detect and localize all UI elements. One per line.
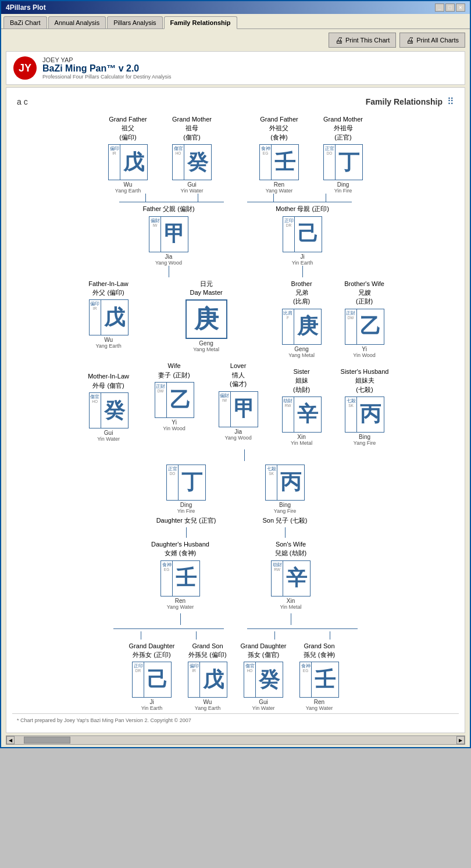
gmp-role: (傷官) bbox=[172, 133, 212, 142]
dm-label2: Day Master bbox=[190, 288, 222, 297]
brother-cn: 兄弟 bbox=[291, 288, 312, 297]
tab-family-relationship[interactable]: Family Relationship bbox=[164, 16, 237, 29]
mother-card: 正印 DR 己 bbox=[283, 216, 322, 252]
bw-badge: 正財 DW bbox=[345, 309, 357, 344]
minimize-button[interactable]: _ bbox=[435, 3, 444, 12]
gd2-name: Gui bbox=[252, 699, 275, 705]
bw-cn: 兄嫂 bbox=[344, 288, 384, 297]
fil-element: Yang Earth bbox=[95, 343, 121, 349]
chart-section-title: Family Relationship bbox=[366, 97, 443, 106]
siblings-section: Brother 兄弟 (比肩) 比肩 F 庚 bbox=[272, 280, 395, 446]
sw-cn: 兒媳 (劫財) bbox=[275, 549, 306, 558]
chart-title-bar: a c Family Relationship ⠿ bbox=[12, 94, 459, 109]
dm-children-connector bbox=[15, 449, 456, 461]
printer-icon-all: 🖨 bbox=[406, 35, 414, 45]
family-tree: Grand Father 祖父 (偏印) 偏印 IR 戊 Wu Yang Ear… bbox=[15, 115, 456, 711]
p-dm-connector bbox=[15, 266, 456, 277]
mil-card: 傷官 HO 癸 bbox=[89, 392, 129, 428]
mil-element: Yin Water bbox=[97, 436, 120, 442]
grand-daughter-1: Grand Daughter 外孫女 (正印) 正印 DR 己 Ji Yin E… bbox=[129, 642, 175, 712]
fil-badge: 偏印 IR bbox=[90, 300, 101, 335]
sister-char: 辛 bbox=[294, 397, 321, 432]
sh-element: Yang Fire bbox=[354, 440, 376, 446]
toolbar: 🖨 Print This Chart 🖨 Print All Charts bbox=[1, 29, 470, 51]
brother-card: 比肩 F 庚 bbox=[282, 309, 322, 345]
gmm-char: 丁 bbox=[336, 145, 362, 180]
fil-card: 偏印 IR 戊 bbox=[89, 299, 129, 335]
scroll-left-button[interactable]: ◀ bbox=[6, 736, 15, 744]
son-badge: 七殺 SK bbox=[266, 465, 277, 500]
scroll-thumb[interactable] bbox=[24, 737, 70, 744]
daughter-name: Ding bbox=[177, 502, 195, 508]
brother-label: Brother bbox=[291, 280, 312, 288]
sw-card: 劫財 RW 辛 bbox=[271, 560, 311, 596]
sister-badge: 劫財 RW bbox=[283, 397, 294, 432]
sister-cn: 姐妹 bbox=[293, 376, 310, 385]
bw-name: Yi bbox=[353, 346, 376, 352]
gmm-badge: 正官 DO bbox=[324, 145, 336, 180]
main-row: Father-In-Law 外父 (偏印) 偏印 IR 戊 Wu bbox=[15, 280, 456, 446]
mil-label: Mother-In-Law bbox=[88, 372, 129, 381]
print-this-chart-button[interactable]: 🖨 Print This Chart bbox=[329, 33, 396, 48]
gfp-role: (偏印) bbox=[109, 133, 147, 142]
sh-label: Sister's Husband bbox=[341, 367, 389, 376]
sh-role: (七殺) bbox=[341, 385, 389, 394]
maximize-button[interactable]: □ bbox=[445, 3, 455, 12]
print-all-charts-button[interactable]: 🖨 Print All Charts bbox=[399, 33, 465, 48]
mother-label: Mother 母親 (正印) bbox=[276, 205, 329, 213]
father-in-law: Father-In-Law 外父 (偏印) 偏印 IR 戊 Wu bbox=[83, 280, 135, 349]
children-connector bbox=[15, 527, 456, 538]
father-person: Father 父親 (偏財) 偏財 IW 甲 Jia Yang Wood bbox=[137, 205, 201, 265]
sh-badge: 七殺 SK bbox=[345, 397, 357, 432]
lover-person: Lover 情人 (偏才) 偏財 IW 甲 bbox=[215, 362, 262, 440]
content-area[interactable]: a c Family Relationship ⠿ Grand Father 祖… bbox=[6, 87, 465, 733]
horizontal-scrollbar[interactable]: ◀ ▶ bbox=[6, 735, 465, 745]
gmm-cn: 外祖母 bbox=[323, 124, 363, 133]
gd2-card: 傷官 HO 癸 bbox=[244, 662, 283, 698]
logo-text-block: JOEY YAP BaZi Ming Pan™ v 2.0 Profession… bbox=[42, 56, 172, 80]
daughter-card: 正官 DO 丁 bbox=[166, 465, 206, 501]
scroll-right-button[interactable]: ▶ bbox=[456, 736, 465, 744]
wife-name: Yi bbox=[163, 419, 185, 426]
son-element: Yang Fire bbox=[274, 508, 296, 514]
daughters-husband: Daughter's Husband 女婿 (食神) 食神 EG 壬 Ren Y… bbox=[148, 540, 212, 610]
tab-pillars-analysis[interactable]: Pillars Analysis bbox=[107, 16, 162, 28]
gmm-name: Ding bbox=[334, 181, 352, 188]
tab-bazi-chart[interactable]: BaZi Chart bbox=[3, 16, 47, 28]
gs1-name: Wu bbox=[195, 699, 220, 705]
close-button[interactable]: × bbox=[456, 3, 465, 12]
gs1-badge: 偏印 IR bbox=[188, 662, 200, 697]
grand-mother-paternal: Grand Mother 祖母 (傷官) 傷官 HO 癸 Gui Yin Wat… bbox=[166, 115, 218, 194]
gfm-name: Ren bbox=[266, 181, 293, 188]
brother-element: Yang Metal bbox=[288, 352, 315, 358]
sister-row: Sister 姐妹 (劫財) 劫財 RW 辛 bbox=[272, 367, 395, 446]
gc-hlines bbox=[15, 628, 456, 629]
sh-cn: 姐妹夫 bbox=[341, 376, 389, 385]
fil-section: Father-In-Law 外父 (偏印) 偏印 IR 戊 Wu bbox=[77, 280, 141, 442]
gfm-card: 食神 EG 壬 bbox=[259, 144, 299, 180]
brother-person: Brother 兄弟 (比肩) 比肩 F 庚 bbox=[278, 280, 326, 358]
gfm-label: Grand Father bbox=[260, 115, 298, 124]
grandchildren-row: Grand Daughter 外孫女 (正印) 正印 DR 己 Ji Yin E… bbox=[15, 642, 456, 712]
dh-cn: 女婿 (食神) bbox=[151, 549, 209, 558]
sister-name: Xin bbox=[291, 434, 312, 440]
gs1-label: Grand Son bbox=[188, 642, 226, 651]
brother-char: 庚 bbox=[294, 309, 321, 344]
gmp-name: Gui bbox=[181, 181, 204, 188]
tab-bar: BaZi Chart Annual Analysis Pillars Analy… bbox=[1, 14, 470, 29]
lover-element: Yang Wood bbox=[224, 435, 251, 441]
gmm-element: Yin Fire bbox=[334, 188, 352, 194]
grand-son-1: Grand Son 外孫兒 (偏印) 偏印 IR 戊 Wu Yang Earth bbox=[184, 642, 231, 712]
gmm-card: 正官 DO 丁 bbox=[323, 144, 363, 180]
gmp-label: Grand Mother bbox=[172, 115, 212, 124]
lover-name: Jia bbox=[224, 428, 251, 435]
sw-char: 辛 bbox=[283, 561, 310, 596]
dh-name: Ren bbox=[167, 598, 194, 604]
children-labels-row: Daughter 女兒 (正官) Son 兒子 (七殺) bbox=[15, 516, 456, 525]
grid-icon: ⠿ bbox=[447, 96, 454, 107]
dm-label1: 日元 bbox=[190, 280, 222, 288]
lover-role: (偏才) bbox=[230, 380, 247, 388]
gs2-card: 食神 EG 壬 bbox=[299, 662, 339, 698]
tab-annual-analysis[interactable]: Annual Analysis bbox=[48, 16, 106, 28]
lover-card: 偏財 IW 甲 bbox=[219, 391, 258, 427]
